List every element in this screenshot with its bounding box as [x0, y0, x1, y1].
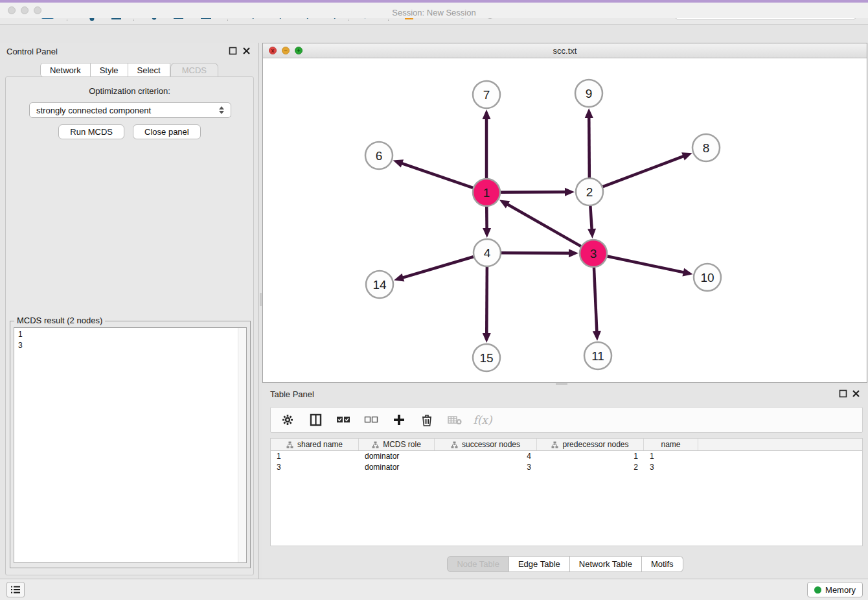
- vertical-splitter-handle[interactable]: [260, 293, 262, 306]
- graph-edge-3-1[interactable]: [507, 204, 581, 246]
- node-table[interactable]: shared nameMCDS rolesuccessor nodesprede…: [270, 438, 863, 546]
- graph-edge-arrow: [483, 333, 491, 343]
- mcds-result-line: 1: [14, 329, 246, 340]
- table-toolbar: f(x): [270, 407, 863, 433]
- column-header-label: shared name: [297, 440, 343, 449]
- columns-icon: [310, 413, 322, 426]
- mcds-tab-content: Optimization criterion: strongly connect…: [5, 76, 254, 575]
- mcds-result-title: MCDS result (2 nodes): [14, 316, 105, 325]
- control-tab-select[interactable]: Select: [128, 63, 170, 77]
- graph-edge-arrow: [682, 268, 692, 277]
- table-tab-network-table[interactable]: Network Table: [570, 556, 642, 572]
- float-table-panel-icon[interactable]: [839, 389, 847, 398]
- graph-node-label: 4: [484, 246, 491, 260]
- select-arrows-icon: [219, 106, 224, 114]
- control-panel-title: Control Panel: [6, 47, 58, 56]
- deselect-all-button[interactable]: [363, 412, 379, 428]
- table-cell[interactable]: 1: [644, 451, 698, 462]
- table-settings-button[interactable]: [280, 412, 295, 428]
- graph-node-label: 15: [479, 351, 493, 365]
- node-table-header: shared nameMCDS rolesuccessor nodesprede…: [271, 439, 862, 451]
- graph-edge-arrow: [483, 110, 491, 119]
- graph-node-label: 6: [376, 149, 383, 163]
- column-header-successor-nodes[interactable]: successor nodes: [435, 439, 537, 450]
- table-cell[interactable]: 1: [537, 451, 644, 462]
- table-row[interactable]: 1dominator411: [271, 451, 862, 462]
- table-cell[interactable]: 1: [271, 451, 359, 462]
- table-row[interactable]: 3dominator323: [271, 462, 862, 473]
- column-visibility-button[interactable]: [308, 412, 323, 428]
- graph-edge-4-3[interactable]: [501, 253, 570, 253]
- add-column-button[interactable]: [391, 412, 407, 428]
- graph-edge-3-10[interactable]: [608, 257, 685, 273]
- delete-column-button[interactable]: [419, 412, 435, 428]
- network-window-title: scc.txt: [263, 46, 867, 56]
- table-tab-edge-table[interactable]: Edge Table: [509, 556, 570, 572]
- float-panel-icon[interactable]: [229, 47, 237, 55]
- graph-node-label: 2: [586, 185, 593, 199]
- control-tab-mcds[interactable]: MCDS: [170, 63, 218, 78]
- unchecked-boxes-icon: [364, 415, 378, 425]
- graph-node-label: 11: [591, 349, 604, 363]
- mcds-result-lines: 13: [14, 328, 246, 351]
- graph-edge-2-3[interactable]: [590, 206, 591, 230]
- memory-status-icon: [814, 586, 821, 594]
- table-cell[interactable]: 3: [271, 462, 359, 473]
- close-table-panel-icon[interactable]: [852, 389, 860, 398]
- graph-edge-arrow: [394, 273, 404, 281]
- graph-edge-arrow: [569, 249, 578, 257]
- table-cell[interactable]: 4: [435, 451, 537, 462]
- graph-edge-1-2[interactable]: [501, 192, 566, 192]
- optimization-criterion-value: strongly connected component: [36, 106, 151, 115]
- graph-edge-3-11[interactable]: [594, 268, 597, 332]
- trash-icon: [422, 414, 432, 426]
- graph-node-label: 3: [590, 247, 597, 260]
- graph-edge-arrow: [593, 331, 601, 341]
- graph-edge-arrow: [585, 108, 593, 118]
- close-panel-icon[interactable]: [242, 47, 251, 55]
- column-header-name[interactable]: name: [644, 439, 698, 450]
- graph-node-label: 8: [703, 141, 710, 155]
- network-graph-canvas[interactable]: 7968124314101511: [263, 58, 867, 382]
- control-panel-header: Control Panel: [0, 43, 258, 60]
- mcds-scrollbar[interactable]: [238, 328, 246, 562]
- automation-panel-button[interactable]: [6, 582, 25, 597]
- delete-table-icon: [448, 415, 462, 425]
- table-panel-title: Table Panel: [270, 389, 314, 399]
- network-view-window: x – + scc.txt 7968124314101511: [262, 43, 867, 383]
- function-builder-button[interactable]: f(x): [475, 412, 490, 428]
- column-header-label: successor nodes: [462, 440, 520, 449]
- checked-boxes-icon: [336, 415, 350, 425]
- column-header-MCDS-role[interactable]: MCDS role: [359, 439, 435, 450]
- virtual-column-icon: [372, 441, 379, 448]
- graph-edge-4-14[interactable]: [402, 257, 474, 278]
- graph-edge-2-8[interactable]: [603, 156, 685, 187]
- run-mcds-button[interactable]: Run MCDS: [58, 124, 124, 139]
- graph-edge-4-15[interactable]: [486, 267, 487, 334]
- mcds-buttons-row: Run MCDS Close panel: [6, 124, 253, 139]
- optimization-criterion-select[interactable]: strongly connected component: [29, 102, 231, 118]
- control-tab-network[interactable]: Network: [40, 63, 91, 77]
- graph-edge-1-6[interactable]: [401, 163, 473, 188]
- network-window-titlebar[interactable]: x – + scc.txt: [263, 43, 867, 58]
- close-panel-button[interactable]: Close panel: [133, 124, 201, 139]
- graph-edge-arrow: [393, 159, 404, 167]
- graph-edge-arrow: [588, 229, 596, 238]
- table-tab-node-table[interactable]: Node Table: [447, 556, 509, 572]
- control-panel-tabs: NetworkStyleSelectMCDS: [0, 63, 258, 78]
- table-tab-motifs[interactable]: Motifs: [642, 556, 683, 572]
- memory-button[interactable]: Memory: [807, 582, 863, 597]
- table-cell[interactable]: dominator: [359, 462, 435, 473]
- table-cell[interactable]: 2: [537, 462, 644, 473]
- graph-node-label: 7: [483, 88, 490, 102]
- delete-table-button[interactable]: [447, 412, 463, 428]
- column-header-shared-name[interactable]: shared name: [271, 439, 359, 450]
- control-tab-style[interactable]: Style: [91, 63, 128, 77]
- table-cell[interactable]: 3: [435, 462, 537, 473]
- table-cell[interactable]: 3: [644, 462, 698, 473]
- table-cell[interactable]: dominator: [359, 451, 435, 462]
- graph-edge-2-9[interactable]: [589, 117, 589, 178]
- mcds-result-textarea[interactable]: 13: [14, 327, 247, 563]
- column-header-predecessor-nodes[interactable]: predecessor nodes: [537, 439, 644, 450]
- select-all-button[interactable]: [336, 412, 351, 428]
